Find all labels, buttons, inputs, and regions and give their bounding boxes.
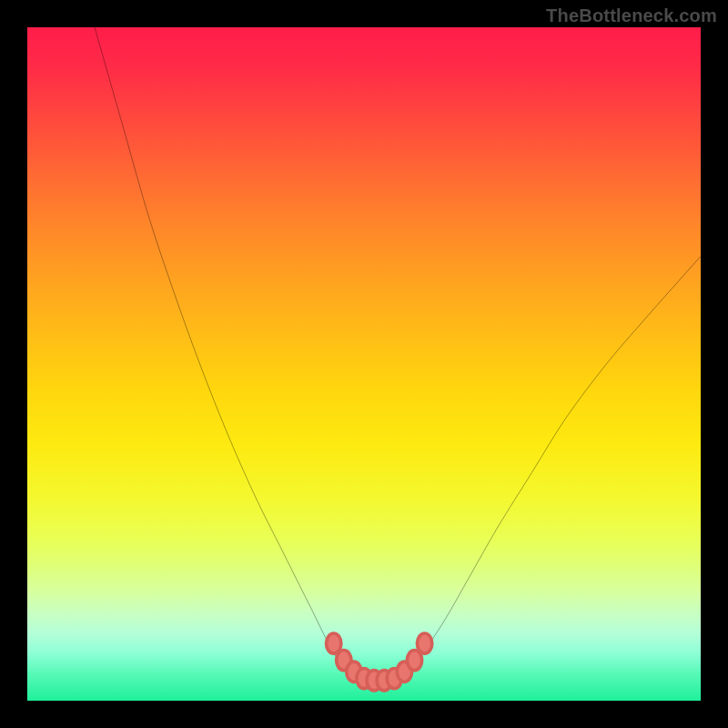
bottleneck-curve [95,27,701,681]
chart-frame: TheBottleneck.com [0,0,728,728]
curve-svg [27,27,701,701]
curve-marker [417,633,431,653]
plot-area [27,27,701,701]
watermark-text: TheBottleneck.com [546,5,717,26]
marker-group [327,633,432,691]
